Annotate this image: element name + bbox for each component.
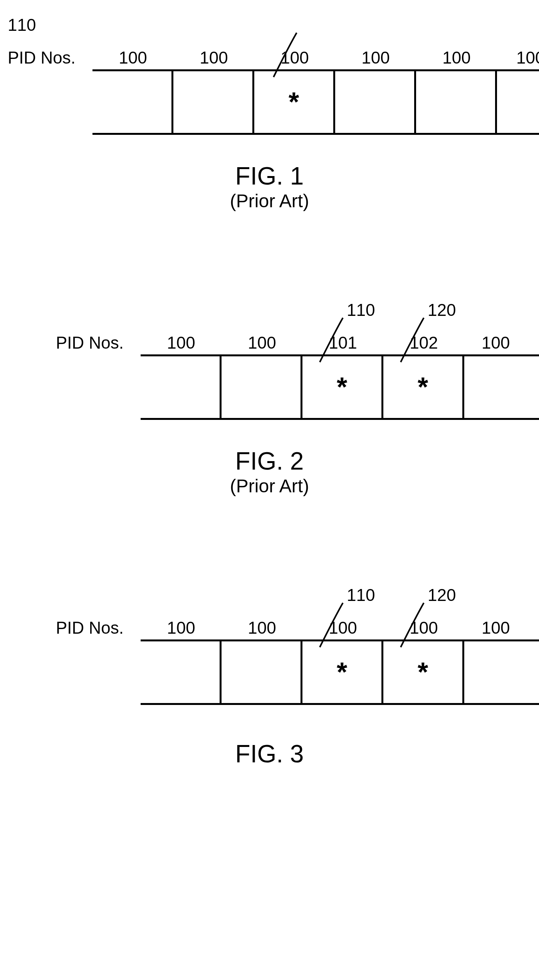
pid-row-label: PID Nos. <box>8 48 76 67</box>
figure-number: FIG. 1 <box>8 162 531 190</box>
figure-caption: FIG. 2 (Prior Art) <box>8 447 531 497</box>
pid-label: 100 <box>416 48 497 67</box>
packet-box: * <box>383 641 464 703</box>
pid-row: 100 100 100 100 100 <box>141 618 539 638</box>
star-marker: * <box>418 374 428 401</box>
packet-box <box>141 356 222 418</box>
pid-row-label: PID Nos. <box>56 333 124 352</box>
pid-label: 100 <box>254 48 335 67</box>
pid-label: 100 <box>335 48 416 67</box>
pid-row: 100 100 101 102 100 <box>141 333 539 352</box>
callout-110: 110 <box>347 300 375 320</box>
star-marker: * <box>337 374 347 401</box>
pid-label: 101 <box>302 333 383 352</box>
pid-row: 100 100 100 100 100 100 <box>92 48 539 67</box>
packet-box <box>222 641 302 703</box>
pid-label: 102 <box>383 333 464 352</box>
figure-1: PID Nos. 110 100 100 100 100 100 100 * F… <box>8 15 531 231</box>
pid-label: 100 <box>173 48 254 67</box>
packet-box <box>335 71 416 133</box>
packet-box <box>92 71 173 133</box>
pid-label: 100 <box>497 48 539 67</box>
figure-subtitle: (Prior Art) <box>8 475 531 497</box>
pid-label: 100 <box>302 618 383 638</box>
callout-110: 110 <box>347 586 375 605</box>
packet-box: * <box>302 356 383 418</box>
figure-caption: FIG. 3 <box>8 740 531 768</box>
callout-110: 110 <box>8 15 36 35</box>
pid-label: 100 <box>222 618 302 638</box>
figure-3: PID Nos. 110 120 100 100 100 100 100 * *… <box>8 586 531 786</box>
packet-boxes: * * <box>141 354 539 420</box>
packet-boxes: * * <box>141 639 539 705</box>
star-marker: * <box>289 89 299 116</box>
pid-label: 100 <box>141 333 222 352</box>
callout-120: 120 <box>428 300 456 320</box>
packet-boxes: * <box>92 69 539 135</box>
packet-box: * <box>302 641 383 703</box>
figure-subtitle: (Prior Art) <box>8 190 531 211</box>
pid-label: 100 <box>464 618 539 638</box>
figure-2: PID Nos. 110 120 100 100 101 102 100 * *… <box>8 300 531 516</box>
star-marker: * <box>337 659 347 686</box>
pid-label: 100 <box>464 333 539 352</box>
pid-label: 100 <box>141 618 222 638</box>
packet-box <box>173 71 254 133</box>
packet-box <box>497 71 539 133</box>
packet-box <box>464 356 539 418</box>
pid-label: 100 <box>383 618 464 638</box>
packet-box <box>464 641 539 703</box>
packet-box <box>222 356 302 418</box>
packet-box: * <box>254 71 335 133</box>
packet-box <box>416 71 497 133</box>
pid-row-label: PID Nos. <box>56 618 124 638</box>
callout-120: 120 <box>428 586 456 605</box>
pid-label: 100 <box>92 48 173 67</box>
pid-label: 100 <box>222 333 302 352</box>
packet-box: * <box>383 356 464 418</box>
star-marker: * <box>418 659 428 686</box>
figure-number: FIG. 3 <box>8 740 531 768</box>
figure-caption: FIG. 1 (Prior Art) <box>8 162 531 211</box>
figure-number: FIG. 2 <box>8 447 531 475</box>
packet-box <box>141 641 222 703</box>
